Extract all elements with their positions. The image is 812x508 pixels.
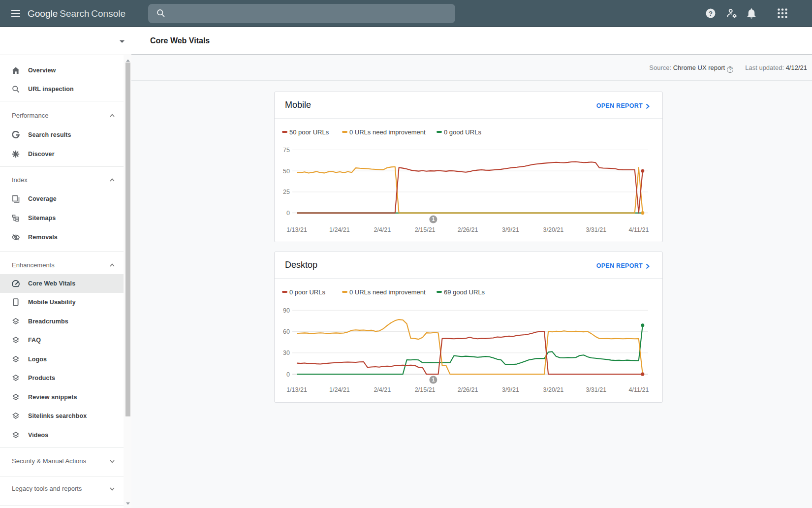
svg-text:50: 50 [283, 168, 290, 175]
svg-text:2/15/21: 2/15/21 [415, 226, 436, 233]
svg-text:1: 1 [432, 377, 435, 382]
svg-text:4/11/21: 4/11/21 [629, 226, 649, 233]
svg-text:1/24/21: 1/24/21 [329, 386, 350, 393]
svg-text:2/4/21: 2/4/21 [374, 226, 391, 233]
svg-text:25: 25 [283, 189, 290, 195]
svg-text:4/11/21: 4/11/21 [629, 386, 649, 393]
svg-text:2/4/21: 2/4/21 [374, 386, 391, 393]
svg-text:0: 0 [286, 210, 290, 217]
svg-text:30: 30 [283, 349, 290, 356]
svg-text:3/9/21: 3/9/21 [502, 386, 519, 393]
svg-text:?: ? [709, 10, 713, 17]
svg-text:3/31/21: 3/31/21 [586, 226, 606, 233]
svg-text:3/31/21: 3/31/21 [586, 386, 606, 393]
svg-text:1/13/21: 1/13/21 [286, 226, 307, 233]
svg-text:1/13/21: 1/13/21 [286, 386, 307, 393]
svg-text:2/26/21: 2/26/21 [458, 226, 478, 233]
svg-text:60: 60 [283, 328, 290, 335]
svg-text:3/20/21: 3/20/21 [543, 386, 564, 393]
svg-text:2/26/21: 2/26/21 [458, 386, 478, 393]
svg-text:3/20/21: 3/20/21 [543, 226, 564, 233]
svg-text:0: 0 [286, 371, 290, 378]
svg-text:3/9/21: 3/9/21 [502, 226, 519, 233]
svg-text:90: 90 [283, 307, 290, 314]
svg-text:1/24/21: 1/24/21 [329, 226, 350, 233]
svg-text:2/15/21: 2/15/21 [415, 386, 436, 393]
svg-text:75: 75 [283, 147, 290, 154]
svg-text:1: 1 [432, 216, 435, 222]
